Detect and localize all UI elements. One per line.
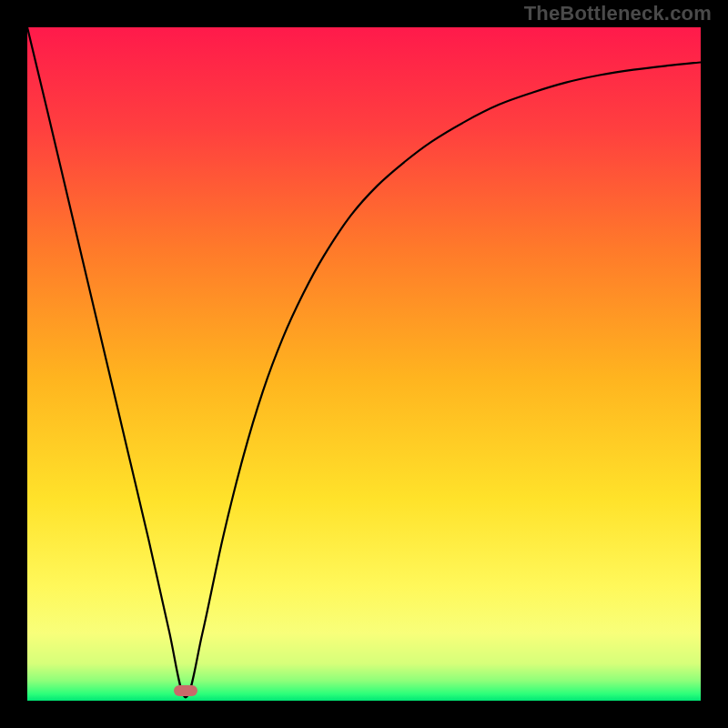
v-curve	[27, 27, 701, 697]
chart-stage: TheBottleneck.com	[0, 0, 728, 728]
optimum-marker	[174, 685, 197, 696]
plot-area	[27, 27, 701, 701]
curve-layer	[27, 27, 701, 701]
watermark-text: TheBottleneck.com	[524, 2, 712, 25]
